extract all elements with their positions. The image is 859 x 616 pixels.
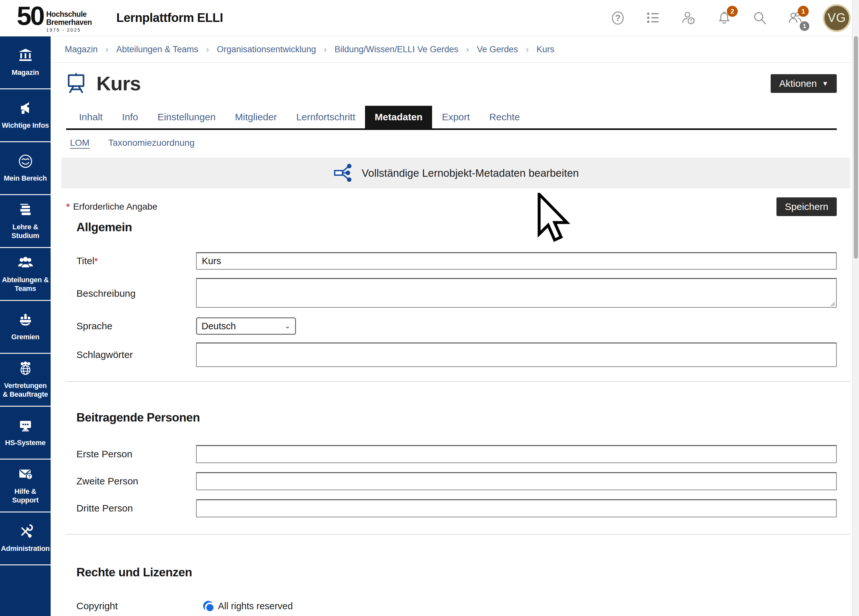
tab-rechte[interactable]: Rechte	[479, 106, 529, 128]
committee-icon	[18, 312, 33, 329]
page-title-row: Kurs Aktionen ▼	[66, 72, 837, 95]
contacts-badge-online: 1	[800, 21, 809, 31]
field-row-beschreibung: Beschreibung	[66, 278, 837, 309]
tab-export[interactable]: Export	[432, 106, 479, 128]
list-icon[interactable]	[645, 10, 661, 26]
smiley-icon	[18, 153, 33, 170]
sidebar-filler	[0, 565, 51, 616]
vertical-scrollbar-thumb[interactable]	[854, 36, 858, 259]
caret-down-icon: ▼	[822, 80, 828, 87]
sidebar-item-gremien[interactable]: Gremien	[0, 301, 51, 354]
tab-mitglieder[interactable]: Mitglieder	[225, 106, 287, 128]
subtab-lom[interactable]: LOM	[70, 138, 90, 148]
beschreibung-label: Beschreibung	[77, 288, 196, 299]
breadcrumb-item[interactable]: Magazin	[65, 44, 98, 55]
svg-text:?: ?	[28, 474, 31, 479]
field-row-schlagwoerter: Schlagwörter	[66, 342, 837, 367]
course-icon	[66, 72, 87, 95]
breadcrumb-item[interactable]: Organisationsentwicklung	[217, 44, 316, 55]
edit-full-metadata-banner[interactable]: Vollständige Lernobjekt-Metadaten bearbe…	[61, 158, 850, 188]
main-sidebar: Magazin Wichtige Infos Mein Bereich Lehr…	[0, 36, 51, 616]
search-icon[interactable]	[752, 10, 767, 26]
top-header: 50 Hochschule Bremerhaven 1975 - 2025 Le…	[0, 0, 859, 36]
sidebar-item-hilfe-support[interactable]: ? Hilfe & Support	[0, 460, 51, 513]
titel-input[interactable]	[196, 252, 837, 270]
field-row-copyright: Copyright All rights reserved	[66, 600, 837, 611]
user-status-icon[interactable]	[681, 10, 697, 26]
breadcrumb-item[interactable]: Kurs	[537, 44, 554, 55]
section-heading-allgemein: Allgemein	[66, 220, 837, 234]
chevron-down-icon: ⌄	[285, 322, 290, 330]
schlagwoerter-label: Schlagwörter	[77, 349, 196, 360]
dritte-person-input[interactable]	[196, 499, 837, 517]
sidebar-item-wichtige-infos[interactable]: Wichtige Infos	[0, 89, 51, 142]
copyright-radio-label: All rights reserved	[218, 601, 293, 611]
tab-inhalt[interactable]: Inhalt	[69, 106, 112, 128]
dritte-person-label: Dritte Person	[77, 503, 196, 514]
tools-icon	[18, 524, 33, 541]
sidebar-item-lehre-studium[interactable]: Lehre & Studium	[0, 195, 51, 248]
chevron-right-icon: ›	[466, 44, 469, 55]
sidebar-item-magazin[interactable]: Magazin	[0, 36, 51, 89]
avatar[interactable]: VG	[823, 4, 851, 32]
sidebar-item-vertretungen-beauftragte[interactable]: Vertretungen & Beauftragte	[0, 354, 51, 407]
copyright-radio-option[interactable]: All rights reserved	[203, 601, 293, 611]
sprache-select[interactable]: Deutsch ⌄	[196, 317, 296, 335]
books-icon	[18, 202, 33, 219]
breadcrumb-item[interactable]: Abteilungen & Teams	[116, 44, 198, 55]
chevron-right-icon: ›	[324, 44, 326, 55]
page-title: Kurs	[97, 72, 141, 95]
breadcrumb-item[interactable]: Bildung/Wissen/ELLI Ve Gerdes	[334, 44, 458, 55]
breadcrumb: Magazin › Abteilungen & Teams › Organisa…	[51, 36, 852, 63]
field-row-sprache: Sprache Deutsch ⌄	[66, 317, 837, 335]
save-button[interactable]: Speichern	[776, 197, 837, 216]
chevron-right-icon: ›	[105, 44, 108, 55]
erste-person-label: Erste Person	[77, 449, 196, 460]
sidebar-item-abteilungen-teams[interactable]: Abteilungen & Teams	[0, 248, 51, 301]
people-group-icon	[18, 255, 33, 272]
monitor-icon	[18, 418, 33, 435]
sidebar-item-administration[interactable]: Administration	[0, 513, 51, 565]
schlagwoerter-input[interactable]	[196, 342, 837, 367]
chevron-right-icon: ›	[526, 44, 529, 55]
tab-metadaten[interactable]: Metadaten	[365, 106, 432, 128]
globe-people-icon	[18, 361, 33, 378]
subtab-taxonomiezuordnung[interactable]: Taxonomiezuordnung	[108, 138, 195, 148]
sidebar-item-mein-bereich[interactable]: Mein Bereich	[0, 142, 51, 195]
field-row-dritte-person: Dritte Person	[66, 499, 837, 517]
required-asterisk: *	[66, 201, 70, 212]
logo-name-line2: Bremerhaven	[46, 19, 92, 26]
hochschule-bremerhaven-logo[interactable]: 50 Hochschule Bremerhaven 1975 - 2025	[17, 3, 92, 33]
section-heading-beitragende: Beitragende Personen	[66, 411, 837, 424]
radio-selected-icon[interactable]	[203, 601, 214, 611]
lom-node-icon	[333, 162, 353, 184]
tab-lernfortschritt[interactable]: Lernfortschritt	[287, 106, 365, 128]
sidebar-item-hs-systeme[interactable]: HS-Systeme	[0, 407, 51, 460]
logo-years: 1975 - 2025	[46, 27, 92, 33]
logo-name-line1: Hochschule	[46, 10, 92, 18]
tab-einstellungen[interactable]: Einstellungen	[148, 106, 225, 128]
actions-button[interactable]: Aktionen ▼	[771, 74, 837, 93]
chevron-right-icon: ›	[206, 44, 209, 55]
beschreibung-textarea[interactable]	[196, 278, 837, 308]
breadcrumb-item[interactable]: Ve Gerdes	[477, 44, 518, 55]
main-panel: Kurs Aktionen ▼ Inhalt Info Einstellunge…	[51, 72, 852, 611]
field-row-zweite-person: Zweite Person	[66, 472, 837, 490]
tab-info[interactable]: Info	[112, 106, 148, 128]
bell-icon[interactable]: 2	[717, 10, 732, 26]
zweite-person-input[interactable]	[196, 472, 837, 490]
field-row-erste-person: Erste Person	[66, 445, 837, 463]
contacts-icon[interactable]: 1 1	[787, 10, 803, 26]
field-row-titel: Titel*	[66, 252, 837, 270]
vertical-scrollbar-track[interactable]	[852, 0, 859, 616]
help-icon[interactable]: ?	[610, 10, 626, 26]
svg-text:?: ?	[615, 13, 621, 23]
megaphone-icon	[18, 101, 33, 117]
app-title: Lernplattform ELLI	[116, 11, 223, 25]
screen: 50 Hochschule Bremerhaven 1975 - 2025 Le…	[0, 0, 859, 616]
section-heading-rechte: Rechte und Lizenzen	[66, 566, 837, 579]
sprache-selected-value: Deutsch	[201, 321, 236, 331]
logo-50: 50	[17, 3, 44, 28]
erste-person-input[interactable]	[196, 445, 837, 463]
required-asterisk: *	[94, 256, 98, 266]
